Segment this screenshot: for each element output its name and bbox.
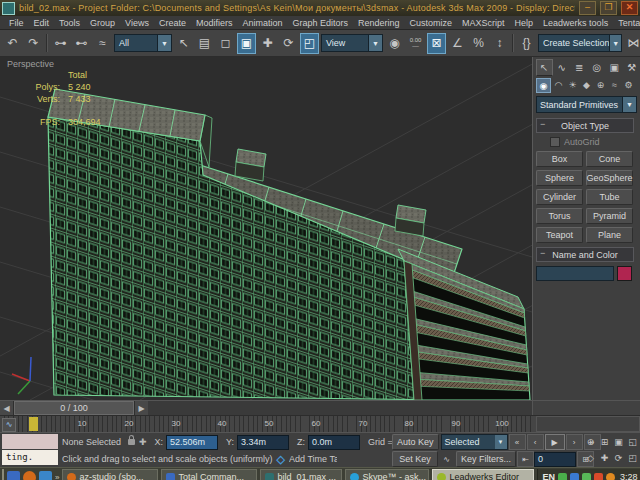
use-pivot-center-icon[interactable]: ◉	[385, 33, 404, 54]
select-and-scale-icon[interactable]: ◰	[300, 33, 319, 54]
tray-icon-blue[interactable]	[570, 473, 579, 480]
cylinder-button[interactable]: Cylinder	[536, 189, 583, 205]
primitive-type-dropdown[interactable]: Standard Primitives ▼	[536, 96, 637, 113]
timeline-ruler[interactable]: ∿ 10 20 30 40 50 60 70 80 90 100	[0, 415, 640, 432]
mirror-icon[interactable]: ⋈	[624, 33, 640, 54]
key-mode-toggle-icon[interactable]: ⇤	[517, 451, 534, 467]
mini-curve-editor-button[interactable]: ∿	[2, 418, 16, 432]
tab-create-icon[interactable]: ↖	[536, 59, 553, 76]
torus-button[interactable]: Torus	[536, 208, 583, 224]
bind-to-spacewarp-icon[interactable]: ≈	[93, 33, 112, 54]
selection-set-dropdown[interactable]: Selected ▼	[441, 434, 508, 450]
arc-rotate-icon[interactable]: ⟳	[612, 450, 625, 465]
rect-selection-region-icon[interactable]: ◻	[216, 33, 235, 54]
object-type-rollout[interactable]: − Object Type	[536, 118, 634, 133]
menu-graph-editors[interactable]: Graph Editors	[287, 18, 353, 28]
taskbar-clock[interactable]: 3:28	[620, 472, 638, 480]
snaps-toggle-icon[interactable]: ⊠	[427, 33, 446, 54]
maxscript-listener-line[interactable]: ting.	[2, 450, 58, 465]
set-key-button[interactable]: Set Key	[392, 451, 438, 467]
category-geometry-icon[interactable]: ◉	[536, 78, 551, 93]
category-systems-icon[interactable]: ⚙	[622, 78, 635, 91]
category-lights-icon[interactable]: ☀	[566, 78, 579, 91]
plane-button[interactable]: Plane	[586, 227, 633, 243]
name-color-rollout[interactable]: − Name and Color	[536, 247, 634, 262]
zoom-icon[interactable]: ⊕	[584, 434, 597, 449]
time-slider[interactable]: 0 / 100	[14, 401, 134, 415]
trackbar-left-arrow[interactable]: ◀	[0, 401, 14, 415]
sphere-button[interactable]: Sphere	[536, 170, 583, 186]
taskbar-button-az-studio[interactable]: az-studio (sbo...	[62, 469, 158, 480]
box-button[interactable]: Box	[536, 151, 583, 167]
menu-tentacles[interactable]: Tentacles	[613, 18, 640, 28]
redo-icon[interactable]: ↷	[24, 33, 43, 54]
tray-icon-agent[interactable]	[582, 473, 591, 480]
cone-button[interactable]: Cone	[586, 151, 633, 167]
zoom-extents-icon[interactable]: ▣	[612, 434, 625, 449]
unlink-selection-icon[interactable]: ⊷	[72, 33, 91, 54]
taskbar-button-total-commander[interactable]: Total Comman...	[161, 469, 257, 480]
close-button[interactable]: ✕	[621, 1, 638, 15]
select-and-link-icon[interactable]: ⊶	[51, 33, 70, 54]
zoom-extents-all-icon[interactable]: ◱	[626, 434, 639, 449]
tab-utilities-icon[interactable]: ⚒	[624, 59, 640, 76]
quicklaunch-messenger-icon[interactable]	[39, 471, 52, 480]
y-coordinate-field[interactable]: 3.34m	[237, 435, 289, 450]
isolate-selection-icon[interactable]: ◇	[277, 453, 285, 466]
menu-maxscript[interactable]: MAXScript	[457, 18, 510, 28]
window-crossing-icon[interactable]: ▣	[237, 33, 256, 54]
previous-frame-icon[interactable]: ‹	[527, 434, 544, 450]
taskbar-button-leadwerks[interactable]: Leadwerks Editor	[432, 469, 534, 480]
trackbar-right-arrow[interactable]: ▶	[134, 401, 148, 415]
tube-button[interactable]: Tube	[586, 189, 633, 205]
selection-lock-icon[interactable]	[128, 439, 135, 445]
z-coordinate-field[interactable]: 0.0m	[308, 435, 360, 450]
pan-icon[interactable]: ✚	[598, 450, 611, 465]
category-cameras-icon[interactable]: ◆	[580, 78, 593, 91]
menu-views[interactable]: Views	[120, 18, 154, 28]
menu-animation[interactable]: Animation	[237, 18, 287, 28]
object-name-field[interactable]	[536, 266, 614, 281]
go-to-start-icon[interactable]: «	[509, 434, 526, 450]
add-time-tag[interactable]: Add Time Tag	[289, 454, 337, 464]
selection-filter-dropdown[interactable]: All ▼	[114, 34, 172, 52]
maximize-viewport-icon[interactable]: ◰	[626, 450, 639, 465]
angle-snap-icon[interactable]: ∠	[448, 33, 467, 54]
tab-modify-icon[interactable]: ∿	[554, 59, 571, 76]
tab-hierarchy-icon[interactable]: ≣	[571, 59, 588, 76]
taskbar-button-skype[interactable]: Skype™ - ask...	[345, 469, 429, 480]
language-indicator[interactable]: EN	[542, 472, 555, 480]
select-object-icon[interactable]: ↖	[174, 33, 193, 54]
autogrid-checkbox[interactable]	[550, 137, 560, 147]
menu-modifiers[interactable]: Modifiers	[191, 18, 238, 28]
named-selection-sets-icon[interactable]: {}	[517, 33, 536, 54]
menu-tools[interactable]: Tools	[54, 18, 85, 28]
set-keys-mode-icon[interactable]: ∿	[439, 452, 454, 466]
current-frame-field[interactable]: 0	[534, 452, 576, 467]
tray-icon-player[interactable]	[594, 473, 603, 480]
tab-display-icon[interactable]: ▣	[606, 59, 623, 76]
menu-file[interactable]: File	[4, 18, 29, 28]
category-helpers-icon[interactable]: ⊕	[594, 78, 607, 91]
snap-spinner-icon[interactable]: 0.00‒‒	[406, 33, 425, 54]
menu-rendering[interactable]: Rendering	[353, 18, 405, 28]
menu-group[interactable]: Group	[85, 18, 120, 28]
maxscript-macro-line[interactable]	[2, 434, 58, 449]
select-and-rotate-icon[interactable]: ⟳	[279, 33, 298, 54]
minimize-button[interactable]: –	[579, 1, 596, 15]
category-spacewarps-icon[interactable]: ≈	[608, 78, 621, 91]
tab-motion-icon[interactable]: ◎	[589, 59, 606, 76]
spinner-snap-icon[interactable]: ↕	[490, 33, 509, 54]
viewport-label[interactable]: Perspective	[7, 59, 54, 69]
zoom-all-icon[interactable]: ⊞	[598, 434, 611, 449]
geosphere-button[interactable]: GeoSphere	[586, 170, 633, 186]
menu-create[interactable]: Create	[154, 18, 191, 28]
next-frame-icon[interactable]: ›	[566, 434, 583, 450]
quicklaunch-save-icon[interactable]	[7, 471, 20, 480]
tray-icon-orange[interactable]	[606, 473, 615, 480]
named-sets-dropdown[interactable]: Create Selection Se ▼	[538, 34, 622, 52]
field-of-view-icon[interactable]: ◇	[584, 450, 597, 465]
menu-edit[interactable]: Edit	[29, 18, 55, 28]
select-and-move-icon[interactable]: ✚	[258, 33, 277, 54]
undo-icon[interactable]: ↶	[3, 33, 22, 54]
